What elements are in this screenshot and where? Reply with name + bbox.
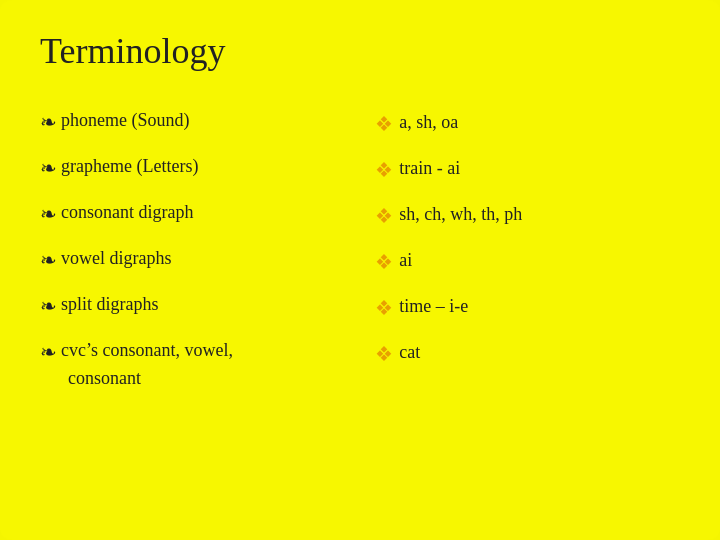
flower-icon-2: ❧ <box>40 154 57 182</box>
flower-icon-4: ❧ <box>40 246 57 274</box>
right-item-6: ❖ cat <box>375 340 680 368</box>
page-title: Terminology <box>40 30 680 72</box>
split-digraphs-label: split digraphs <box>61 292 159 317</box>
diamond-icon-5: ❖ <box>375 294 393 322</box>
flower-icon-3: ❧ <box>40 200 57 228</box>
list-item-phoneme: ❧ phoneme (Sound) <box>40 108 375 136</box>
slide: Terminology ❧ phoneme (Sound) ❧ grapheme… <box>0 0 720 540</box>
right-item-5: ❖ time – i-e <box>375 294 680 322</box>
diamond-icon-3: ❖ <box>375 202 393 230</box>
right-item-2: ❖ train - ai <box>375 156 680 184</box>
right-text-6: cat <box>399 340 420 365</box>
list-item-grapheme: ❧ grapheme (Letters) <box>40 154 375 182</box>
phoneme-label: phoneme (Sound) <box>61 108 189 133</box>
consonant-digraph-label: consonant digraph <box>61 200 193 225</box>
diamond-icon-2: ❖ <box>375 156 393 184</box>
diamond-icon-6: ❖ <box>375 340 393 368</box>
right-item-1: ❖ a, sh, oa <box>375 110 680 138</box>
right-text-3: sh, ch, wh, th, ph <box>399 202 522 227</box>
flower-icon-1: ❧ <box>40 108 57 136</box>
right-item-4: ❖ ai <box>375 248 680 276</box>
diamond-icon-4: ❖ <box>375 248 393 276</box>
flower-icon-6: ❧ <box>40 338 57 366</box>
right-text-2: train - ai <box>399 156 460 181</box>
diamond-icon-1: ❖ <box>375 110 393 138</box>
right-text-5: time – i-e <box>399 294 468 319</box>
flower-icon-5: ❧ <box>40 292 57 320</box>
right-text-1: a, sh, oa <box>399 110 458 135</box>
list-item-vowel-digraphs: ❧ vowel digraphs <box>40 246 375 274</box>
cvc-line1: ❧ cvc’s consonant, vowel, <box>40 338 375 366</box>
grapheme-label: grapheme (Letters) <box>61 154 198 179</box>
content-area: ❧ phoneme (Sound) ❧ grapheme (Letters) ❧… <box>40 108 680 391</box>
cvcs-label: cvc’s consonant, vowel, <box>61 338 233 363</box>
list-item-cvcs: ❧ cvc’s consonant, vowel, consonant <box>40 338 375 391</box>
right-item-3: ❖ sh, ch, wh, th, ph <box>375 202 680 230</box>
left-column: ❧ phoneme (Sound) ❧ grapheme (Letters) ❧… <box>40 108 375 391</box>
right-column: ❖ a, sh, oa ❖ train - ai ❖ sh, ch, wh, t… <box>375 108 680 391</box>
list-item-consonant-digraph: ❧ consonant digraph <box>40 200 375 228</box>
list-item-split-digraphs: ❧ split digraphs <box>40 292 375 320</box>
right-text-4: ai <box>399 248 412 273</box>
cvc-line2-text: consonant <box>40 366 375 391</box>
vowel-digraphs-label: vowel digraphs <box>61 246 171 271</box>
